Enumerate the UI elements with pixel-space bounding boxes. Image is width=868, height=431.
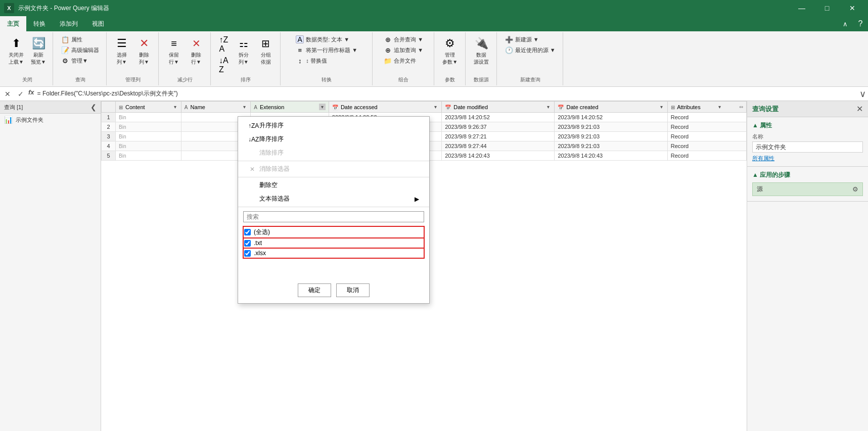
filter-txt-checkbox[interactable] bbox=[244, 240, 251, 247]
sidebar-item-example-folder[interactable]: 📊 示例文件夹 bbox=[0, 114, 101, 126]
clear-filter-item[interactable]: ✕ 消除筛选器 bbox=[238, 162, 429, 176]
table-icon: 📊 bbox=[4, 116, 13, 124]
maximize-button[interactable]: □ bbox=[815, 0, 839, 16]
split-column-button[interactable]: ⚏ 拆分列▼ bbox=[234, 34, 254, 67]
right-panel-close-button[interactable]: ✕ bbox=[856, 104, 863, 114]
date-modified-col-dropdown[interactable]: ▾ bbox=[545, 104, 551, 110]
row-num-4: 4 bbox=[102, 141, 116, 151]
properties-button[interactable]: 📋 属性 bbox=[58, 34, 102, 44]
confirm-formula-button[interactable]: ✓ bbox=[15, 88, 26, 100]
applied-steps-title: ▲ 应用的步骤 bbox=[752, 171, 863, 179]
clear-sort-item[interactable]: 清除排序 bbox=[238, 146, 429, 160]
cancel-formula-button[interactable]: ✕ bbox=[2, 88, 13, 100]
sort-desc-btn[interactable]: ↓AZ bbox=[216, 55, 232, 75]
step-source-item[interactable]: 源 ⚙ bbox=[752, 182, 863, 196]
cell-attributes-4: Record bbox=[667, 141, 746, 151]
title-bar: X 示例文件夹 - Power Query 编辑器 — □ ✕ bbox=[0, 0, 868, 16]
cell-attributes-3: Record bbox=[667, 132, 746, 141]
merge-files-button[interactable]: 📁 合并文件 bbox=[381, 56, 426, 66]
fx-label: fx bbox=[28, 88, 34, 100]
minimize-button[interactable]: — bbox=[790, 0, 813, 16]
filter-select-all-item[interactable]: (全选) bbox=[243, 226, 424, 238]
ribbon-group-combine: ⊕ 合并查询 ▼ ⊕ 追加查询 ▼ 📁 合并文件 组合 bbox=[374, 32, 434, 85]
date-created-col-dropdown[interactable]: ▾ bbox=[659, 104, 664, 110]
ribbon-group-new-query-label: 新建查询 bbox=[520, 76, 540, 83]
right-panel-title: 查询设置 bbox=[752, 105, 779, 114]
query-sidebar: 查询 [1] ❮ 📊 示例文件夹 bbox=[0, 101, 101, 431]
extension-col-dropdown[interactable]: ▾ bbox=[319, 104, 326, 110]
advanced-editor-button[interactable]: 📝 高级编辑器 bbox=[58, 45, 102, 55]
applied-steps-section: ▲ 应用的步骤 源 ⚙ bbox=[747, 167, 868, 202]
filter-txt-item[interactable]: .txt bbox=[243, 238, 424, 248]
help-button[interactable]: ? bbox=[853, 16, 868, 31]
query-name-input[interactable] bbox=[752, 141, 863, 153]
cell-date-modified-5: 2023/9/8 14:20:43 bbox=[442, 151, 555, 161]
close-load-button[interactable]: ⬆ 关闭并上载▼ bbox=[6, 34, 26, 67]
sidebar-item-label: 示例文件夹 bbox=[16, 116, 43, 124]
append-query-button[interactable]: ⊕ 追加查询 ▼ bbox=[381, 45, 426, 55]
sidebar-collapse-btn[interactable]: ❮ bbox=[90, 103, 97, 111]
ribbon-group-transform-label: 转换 bbox=[322, 76, 332, 83]
filter-select-all-checkbox[interactable] bbox=[244, 229, 251, 235]
filter-xlsx-checkbox[interactable] bbox=[244, 250, 251, 257]
filter-search-input[interactable] bbox=[243, 211, 424, 222]
data-type-button[interactable]: A 数据类型: 文本 ▼ bbox=[293, 34, 360, 44]
date-accessed-col-dropdown[interactable]: ▾ bbox=[433, 104, 438, 110]
text-filter-item[interactable]: 文本筛选器 ▶ bbox=[238, 192, 429, 206]
manage-params-button[interactable]: ⚙ 管理参数▼ bbox=[440, 34, 460, 67]
filter-xlsx-item[interactable]: .xlsx bbox=[243, 248, 424, 258]
tab-transform[interactable]: 转换 bbox=[26, 16, 53, 31]
ribbon-tab-bar: 主页 转换 添加列 视图 ∧ ? bbox=[0, 16, 868, 31]
ribbon-group-reduce-rows-label: 减少行 bbox=[177, 76, 193, 83]
refresh-preview-button[interactable]: 🔄 刷新预览▼ bbox=[28, 34, 49, 67]
formula-bar: ✕ ✓ fx ∨ bbox=[0, 87, 868, 101]
formula-expand-button[interactable]: ∨ bbox=[859, 88, 866, 100]
ribbon-content: ⬆ 关闭并上载▼ 🔄 刷新预览▼ 关闭 📋 属性 📝 bbox=[0, 31, 868, 86]
new-source-button[interactable]: ➕ 新建源 ▼ bbox=[502, 34, 559, 44]
delete-columns-button[interactable]: ✕ 删除列▼ bbox=[134, 34, 154, 67]
window-title: 示例文件夹 - Power Query 编辑器 bbox=[18, 4, 109, 13]
manage-button[interactable]: ⚙ 管理▼ bbox=[58, 56, 102, 66]
merge-query-button[interactable]: ⊕ 合并查询 ▼ bbox=[381, 34, 426, 44]
remove-empty-item[interactable]: 删除空 bbox=[238, 178, 429, 192]
tab-view[interactable]: 视图 bbox=[85, 16, 111, 31]
delete-rows-button[interactable]: ✕ 删除行▼ bbox=[186, 34, 206, 67]
ribbon-group-datasource: 🔌 数据源设置 数据源 bbox=[467, 32, 497, 85]
keep-rows-button[interactable]: ≡ 保留行▼ bbox=[164, 34, 184, 67]
ribbon-collapse-btn[interactable]: ∧ bbox=[838, 16, 853, 31]
first-row-header-button[interactable]: ≡ 将第一行用作标题 ▼ bbox=[293, 45, 360, 55]
select-columns-button[interactable]: ☰ 选择列▼ bbox=[112, 34, 132, 67]
cell-attributes-1: Record bbox=[667, 113, 746, 122]
tab-add-column[interactable]: 添加列 bbox=[53, 16, 85, 31]
filter-checkbox-list: (全选) .txt .xlsx bbox=[238, 225, 429, 259]
ribbon-group-params-label: 参数 bbox=[445, 76, 455, 83]
attributes-col-dropdown[interactable]: ▾ bbox=[717, 104, 722, 110]
ribbon: 主页 转换 添加列 视图 ∧ ? ⬆ 关闭并上载▼ 🔄 刷新预览▼ 关闭 bbox=[0, 16, 868, 87]
sort-asc-item[interactable]: ↑ZA 升序排序 bbox=[238, 119, 429, 132]
name-col-dropdown[interactable]: ▾ bbox=[242, 104, 247, 110]
cell-date-created-4: 2023/9/8 9:21:03 bbox=[555, 141, 667, 151]
properties-section: ▲ 属性 名称 所有属性 bbox=[747, 117, 868, 167]
close-button[interactable]: ✕ bbox=[841, 0, 864, 16]
row-num-1: 1 bbox=[102, 113, 116, 122]
all-properties-link[interactable]: 所有属性 bbox=[752, 155, 863, 162]
ribbon-group-transform: A 数据类型: 文本 ▼ ≡ 将第一行用作标题 ▼ ↕ ↕ 替换值 转换 bbox=[282, 32, 373, 85]
ribbon-group-manage-cols-label: 管理列 bbox=[125, 76, 141, 83]
tab-home[interactable]: 主页 bbox=[0, 16, 26, 31]
sort-asc-btn[interactable]: ↑ZA bbox=[216, 34, 231, 55]
group-by-button[interactable]: ⊞ 分组依据 bbox=[256, 34, 276, 67]
filter-confirm-button[interactable]: 确定 bbox=[298, 283, 331, 297]
content-col-dropdown[interactable]: ▾ bbox=[172, 104, 178, 110]
sort-desc-item[interactable]: ↓AZ 降序排序 bbox=[238, 132, 429, 146]
formula-input[interactable] bbox=[37, 88, 856, 100]
step-gear-icon[interactable]: ⚙ bbox=[852, 185, 858, 193]
properties-section-title: ▲ 属性 bbox=[752, 121, 863, 130]
data-source-settings-button[interactable]: 🔌 数据源设置 bbox=[471, 34, 491, 67]
replace-value-button[interactable]: ↕ ↕ 替换值 bbox=[293, 56, 360, 66]
title-bar-left: X 示例文件夹 - Power Query 编辑器 bbox=[4, 3, 109, 13]
col-header-date-accessed: 📅 Date accessed ▾ bbox=[329, 102, 441, 113]
recent-sources-button[interactable]: 🕐 最近使用的源 ▼ bbox=[502, 45, 559, 55]
query-settings-panel: 查询设置 ✕ ▲ 属性 名称 所有属性 ▲ 应用的步骤 源 ⚙ bbox=[747, 101, 868, 431]
filter-cancel-button[interactable]: 取消 bbox=[336, 283, 370, 297]
table-scroll[interactable]: ⊞ Content ▾ A Name bbox=[101, 101, 747, 431]
